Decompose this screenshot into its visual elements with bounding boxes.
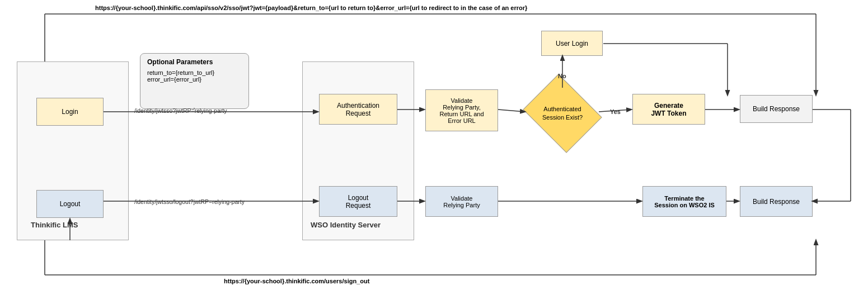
user-login-label: User Login	[556, 40, 588, 47]
svg-line-5	[498, 110, 525, 112]
optional-params-line1: return_to={return_to_url}	[147, 69, 242, 76]
optional-params-box: Optional Parameters return_to={return_to…	[140, 53, 249, 109]
validate-rp-box: Validate Relying Party	[425, 186, 498, 217]
thinkific-label: Thinkific LMS	[31, 221, 78, 229]
arrows-svg	[0, 0, 868, 290]
logout-box: Logout	[36, 190, 104, 218]
bottom-url: https://{your-school}.thinkific.com/user…	[224, 278, 369, 284]
logout-request-box: Logout Request	[319, 186, 397, 217]
validate-rp-url-label: Validate Relying Party, Return URL and E…	[439, 97, 484, 124]
top-url: https://{your-school}.thinkific.com/api/…	[95, 4, 527, 11]
logout-label: Logout	[60, 200, 81, 208]
build-response-top-label: Build Response	[753, 105, 800, 113]
build-response-bottom-box: Build Response	[740, 186, 813, 217]
auth-request-label: Authentication Request	[337, 102, 379, 117]
logout-request-label: Logout Request	[346, 194, 371, 210]
yes-label: Yes	[610, 108, 621, 115]
generate-jwt-box: Generate JWT Token	[632, 94, 705, 125]
login-box: Login	[36, 98, 104, 126]
optional-params-title: Optional Parameters	[147, 58, 242, 66]
build-response-bottom-label: Build Response	[753, 198, 800, 206]
terminate-session-box: Terminate the Session on WSO2 IS	[642, 186, 726, 217]
build-response-top-box: Build Response	[740, 95, 813, 123]
diamond-wrap: Authenticated Session Exist?	[526, 87, 599, 140]
path-login-label: /identity/jwtsso?jwtRP=relying-party	[134, 107, 227, 114]
no-label: No	[558, 73, 566, 79]
diagram: https://{your-school}.thinkific.com/api/…	[0, 0, 868, 290]
user-login-box: User Login	[541, 31, 603, 56]
wso-label: WSO Identity Server	[311, 221, 381, 229]
terminate-session-label: Terminate the Session on WSO2 IS	[654, 195, 715, 208]
login-label: Login	[62, 108, 78, 116]
auth-request-box: Authentication Request	[319, 94, 397, 125]
diamond-label: Authenticated Session Exist?	[539, 105, 587, 121]
path-logout-label: /identity/jwtsso/logout?jwtRP=relying-pa…	[134, 198, 245, 205]
validate-rp-label: Validate Relying Party	[443, 195, 480, 208]
optional-params-line2: error_url={error_url}	[147, 76, 242, 83]
validate-rp-url-box: Validate Relying Party, Return URL and E…	[425, 89, 498, 131]
generate-jwt-label: Generate JWT Token	[651, 102, 686, 117]
